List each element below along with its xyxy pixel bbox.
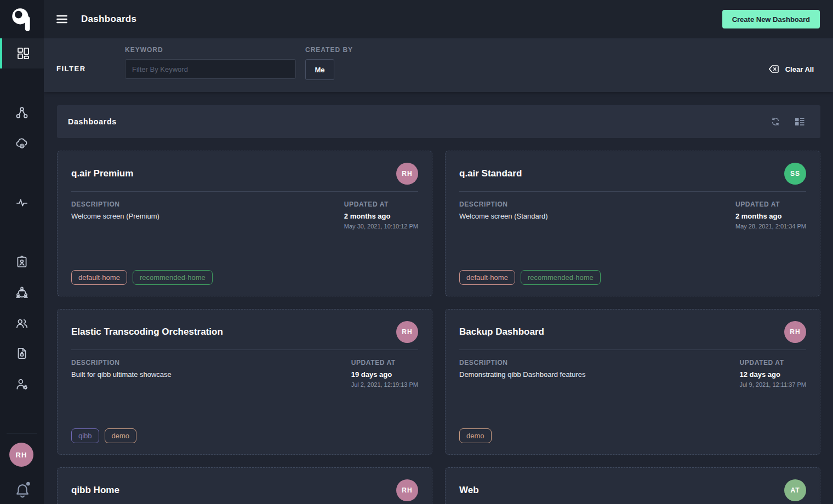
tag-demo[interactable]: demo xyxy=(105,428,137,443)
sidebar: RH xyxy=(0,0,44,504)
sidebar-divider xyxy=(7,433,37,433)
tag-recommended-home[interactable]: recommended-home xyxy=(133,270,213,285)
sidebar-item-id-badge[interactable] xyxy=(0,250,44,274)
description-text: Welcome screen (Standard) xyxy=(459,212,548,220)
tag-qibb[interactable]: qibb xyxy=(71,428,99,443)
sidebar-item-flows[interactable] xyxy=(0,101,44,125)
created-by-label: CREATED BY xyxy=(305,46,353,54)
dashboard-card[interactable]: Web AT xyxy=(445,467,820,504)
refresh-button[interactable] xyxy=(770,116,781,127)
keyword-label: KEYWORD xyxy=(125,46,296,54)
dashboard-card[interactable]: q.air Standard SS DESCRIPTION Welcome sc… xyxy=(445,151,820,296)
description-block: DESCRIPTION Welcome screen (Premium) xyxy=(71,201,159,230)
card-owner-avatar: RH xyxy=(396,321,418,343)
updated-relative: 2 months ago xyxy=(735,212,806,220)
updated-date: Jul 2, 2021, 12:19:13 PM xyxy=(351,381,418,388)
clear-all-label: Clear All xyxy=(785,65,814,73)
qibb-logo[interactable] xyxy=(0,0,44,38)
card-owner-initials: RH xyxy=(402,486,412,494)
sidebar-item-secrets[interactable] xyxy=(0,341,44,365)
dashboards-section-header: Dashboards xyxy=(57,105,820,138)
tag-recommended-home[interactable]: recommended-home xyxy=(521,270,601,285)
notifications-bell[interactable] xyxy=(13,481,32,500)
id-badge-icon xyxy=(15,255,29,269)
section-title: Dashboards xyxy=(68,117,117,126)
tag-default-home[interactable]: default-home xyxy=(71,270,127,285)
filter-bar: FILTER KEYWORD CREATED BY Me Clear All xyxy=(44,38,833,92)
updated-relative: 12 days ago xyxy=(740,370,807,379)
card-owner-initials: SS xyxy=(790,170,800,177)
monitoring-icon xyxy=(15,196,29,210)
flows-icon xyxy=(15,106,29,120)
updated-at-label: UPDATED AT xyxy=(735,201,806,208)
user-settings-icon xyxy=(15,377,29,391)
card-title: Elastic Transcoding Orchestration xyxy=(71,327,223,337)
backspace-icon xyxy=(767,62,780,76)
secrets-icon xyxy=(15,346,29,360)
card-title: Web xyxy=(459,485,479,496)
content: Dashboards q.air Pre xyxy=(44,92,833,504)
updated-date: May 30, 2021, 10:10:12 PM xyxy=(344,223,418,230)
updated-date: May 28, 2021, 2:01:34 PM xyxy=(735,223,806,230)
dashboards-grid: q.air Premium RH DESCRIPTION Welcome scr… xyxy=(57,151,820,504)
description-text: Built for qibb ultimate showcase xyxy=(71,370,172,379)
card-owner-avatar: AT xyxy=(784,479,806,501)
updated-at-block: UPDATED AT 2 months ago May 30, 2021, 10… xyxy=(344,201,418,230)
updated-at-label: UPDATED AT xyxy=(740,359,807,366)
main-area: FILTER KEYWORD CREATED BY Me Clear All D… xyxy=(44,38,833,504)
sidebar-item-dashboards[interactable] xyxy=(0,38,44,68)
sidebar-item-teams[interactable] xyxy=(0,311,44,335)
card-owner-avatar: RH xyxy=(396,163,418,185)
page-title: Dashboards xyxy=(81,14,136,25)
menu-icon[interactable] xyxy=(55,12,69,26)
user-avatar-initials: RH xyxy=(16,451,27,459)
tag-demo[interactable]: demo xyxy=(459,428,492,443)
card-owner-initials: RH xyxy=(402,170,412,177)
dashboard-card[interactable]: Elastic Transcoding Orchestration RH DES… xyxy=(57,309,432,455)
created-by-field-group: CREATED BY Me xyxy=(305,46,353,80)
description-block: DESCRIPTION Welcome screen (Standard) xyxy=(459,201,548,230)
sidebar-item-monitoring[interactable] xyxy=(0,191,44,215)
qibb-logo-icon xyxy=(10,7,33,32)
card-owner-avatar: SS xyxy=(784,163,806,185)
description-label: DESCRIPTION xyxy=(71,359,172,366)
dashboard-card[interactable]: qibb Home RH xyxy=(57,467,432,504)
layout-toggle-button[interactable] xyxy=(794,116,805,127)
card-divider xyxy=(459,191,806,192)
description-text: Demonstrating qibb Dashboard features xyxy=(459,370,586,379)
sidebar-item-catalog[interactable] xyxy=(0,131,44,156)
updated-date: Jul 9, 2021, 12:11:37 PM xyxy=(740,381,807,388)
notification-dot xyxy=(26,482,30,486)
top-bar: Dashboards Create New Dashboard xyxy=(44,0,833,38)
description-label: DESCRIPTION xyxy=(459,359,586,366)
card-owner-initials: RH xyxy=(790,328,800,336)
keyword-input[interactable] xyxy=(125,59,296,79)
clear-all-button[interactable]: Clear All xyxy=(767,62,814,76)
dashboard-card[interactable]: q.air Premium RH DESCRIPTION Welcome scr… xyxy=(57,151,432,296)
card-divider xyxy=(71,191,418,192)
card-title: Backup Dashboard xyxy=(459,327,544,337)
sidebar-item-collaboration[interactable] xyxy=(0,280,44,305)
description-label: DESCRIPTION xyxy=(71,201,159,208)
teams-icon xyxy=(15,316,29,330)
description-label: DESCRIPTION xyxy=(459,201,548,208)
sidebar-item-user-settings[interactable] xyxy=(0,372,44,396)
card-title: q.air Standard xyxy=(459,168,522,179)
card-owner-avatar: RH xyxy=(784,321,806,343)
updated-at-block: UPDATED AT 19 days ago Jul 2, 2021, 12:1… xyxy=(351,359,418,388)
tag-default-home[interactable]: default-home xyxy=(459,270,515,285)
created-by-me-button[interactable]: Me xyxy=(305,59,334,80)
tag-list: default-homerecommended-home xyxy=(459,270,806,285)
updated-at-block: UPDATED AT 2 months ago May 28, 2021, 2:… xyxy=(735,201,806,230)
dashboard-card[interactable]: Backup Dashboard RH DESCRIPTION Demonstr… xyxy=(445,309,820,455)
user-avatar[interactable]: RH xyxy=(9,443,33,467)
description-block: DESCRIPTION Built for qibb ultimate show… xyxy=(71,359,172,388)
tag-list: qibbdemo xyxy=(71,428,418,443)
create-new-dashboard-button[interactable]: Create New Dashboard xyxy=(722,10,820,28)
card-divider xyxy=(459,350,806,350)
updated-at-label: UPDATED AT xyxy=(344,201,418,208)
catalog-icon xyxy=(15,136,29,151)
updated-relative: 19 days ago xyxy=(351,370,418,379)
card-divider xyxy=(71,350,418,350)
keyword-field-group: KEYWORD xyxy=(125,46,296,79)
